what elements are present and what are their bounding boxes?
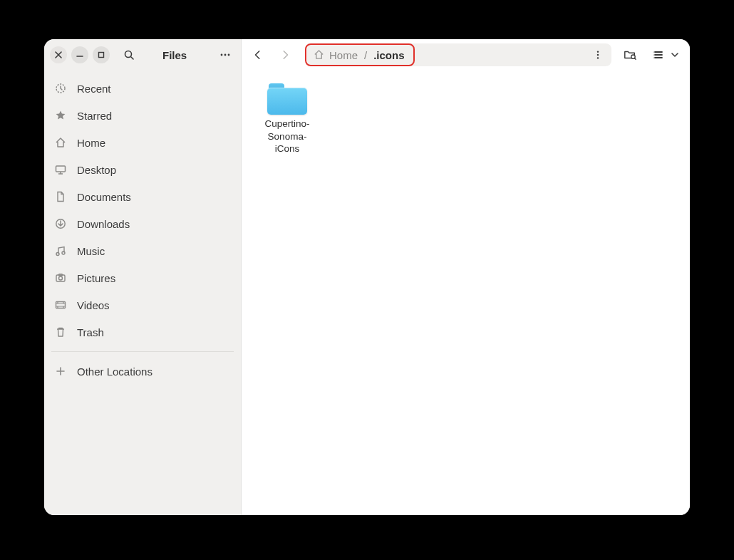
folder-item[interactable]: Cupertino-Sonoma-iCons (256, 83, 319, 155)
sidebar-search-button[interactable] (120, 46, 138, 64)
more-horizontal-icon (219, 49, 231, 61)
sidebar-item-starred[interactable]: Starred (44, 102, 241, 129)
minimize-icon (76, 51, 84, 59)
recent-icon (54, 82, 67, 95)
path-menu-button[interactable] (589, 46, 607, 64)
svg-rect-0 (99, 53, 104, 58)
star-icon (54, 109, 67, 122)
sidebar-item-pictures[interactable]: Pictures (44, 264, 241, 291)
svg-point-9 (62, 252, 65, 254)
forward-button[interactable] (273, 43, 297, 66)
files-area[interactable]: Cupertino-Sonoma-iCons (242, 71, 690, 515)
svg-point-1 (125, 51, 132, 58)
file-manager-window: Files Recent Starred Home Desktop (44, 39, 690, 515)
trash-icon (54, 326, 67, 338)
breadcrumb-home[interactable]: Home (314, 49, 358, 61)
downloads-icon (54, 217, 67, 230)
sidebar-item-label: Videos (77, 299, 110, 311)
svg-point-3 (224, 54, 227, 56)
sidebar-item-trash[interactable]: Trash (44, 318, 241, 346)
list-view-button[interactable] (648, 44, 668, 66)
window-maximize-button[interactable] (93, 46, 110, 63)
sidebar-item-other-locations[interactable]: Other Locations (44, 358, 241, 385)
svg-point-4 (228, 54, 230, 56)
plus-icon (54, 365, 67, 378)
svg-rect-6 (56, 166, 66, 172)
sidebar-item-label: Pictures (77, 272, 115, 284)
path-bar: Home / .icons (307, 43, 611, 66)
svg-point-8 (56, 253, 59, 256)
sidebar-item-label: Other Locations (77, 365, 153, 378)
sidebar-item-label: Recent (77, 83, 111, 95)
close-icon (54, 51, 63, 59)
home-icon (314, 49, 325, 61)
sidebar-item-label: Starred (77, 110, 112, 122)
view-dropdown-button[interactable] (668, 44, 681, 66)
folder-search-button[interactable] (619, 43, 641, 66)
svg-point-15 (597, 54, 599, 56)
window-minimize-button[interactable] (71, 46, 88, 63)
breadcrumb-label: Home (329, 49, 358, 61)
videos-icon (54, 299, 67, 311)
svg-point-20 (653, 58, 654, 58)
window-close-button[interactable] (50, 46, 67, 63)
sidebar-header: Files (44, 39, 241, 71)
sidebar-item-home[interactable]: Home (44, 129, 241, 156)
sidebar-item-music[interactable]: Music (44, 237, 241, 264)
path-bar-highlight: Home / .icons (305, 43, 415, 66)
maximize-icon (97, 51, 105, 59)
more-vertical-icon (593, 50, 603, 60)
sidebar-item-label: Downloads (77, 218, 130, 230)
svg-point-18 (653, 52, 654, 53)
content-header: Home / .icons (242, 39, 690, 71)
folder-search-icon (624, 48, 636, 61)
search-icon (123, 49, 135, 61)
documents-icon (54, 190, 67, 203)
sidebar-item-label: Documents (77, 191, 131, 203)
back-button[interactable] (246, 43, 270, 66)
file-label: Cupertino-Sonoma-iCons (256, 118, 319, 155)
sidebar-item-label: Desktop (77, 164, 116, 176)
svg-point-2 (221, 54, 223, 56)
sidebar-list: Recent Starred Home Desktop Documents Do… (44, 71, 241, 389)
sidebar-item-label: Trash (77, 326, 104, 338)
sidebar-item-videos[interactable]: Videos (44, 291, 241, 318)
svg-point-19 (653, 55, 654, 56)
sidebar-item-label: Music (77, 245, 105, 257)
view-mode-control (648, 44, 681, 66)
svg-point-11 (59, 276, 63, 280)
sidebar-item-downloads[interactable]: Downloads (44, 210, 241, 237)
chevron-down-icon (671, 51, 678, 58)
chevron-right-icon (280, 50, 290, 60)
pictures-icon (54, 271, 67, 284)
sidebar-item-desktop[interactable]: Desktop (44, 156, 241, 183)
music-icon (54, 244, 67, 257)
app-title: Files (162, 49, 187, 61)
sidebar-more-button[interactable] (215, 45, 235, 65)
breadcrumb-label: .icons (373, 49, 404, 61)
sidebar-item-label: Home (77, 137, 105, 149)
breadcrumb-separator: / (364, 49, 367, 61)
sidebar: Files Recent Starred Home Desktop (44, 39, 242, 515)
svg-point-14 (597, 51, 599, 52)
list-icon (653, 49, 664, 61)
sidebar-item-documents[interactable]: Documents (44, 183, 241, 210)
home-icon (54, 136, 67, 149)
content-pane: Home / .icons (242, 39, 690, 515)
svg-point-16 (597, 57, 599, 58)
chevron-left-icon (253, 50, 263, 60)
sidebar-item-recent[interactable]: Recent (44, 75, 241, 102)
sidebar-divider (51, 351, 234, 352)
desktop-icon (54, 163, 67, 176)
breadcrumb-current[interactable]: .icons (373, 49, 404, 61)
folder-icon (267, 83, 307, 115)
